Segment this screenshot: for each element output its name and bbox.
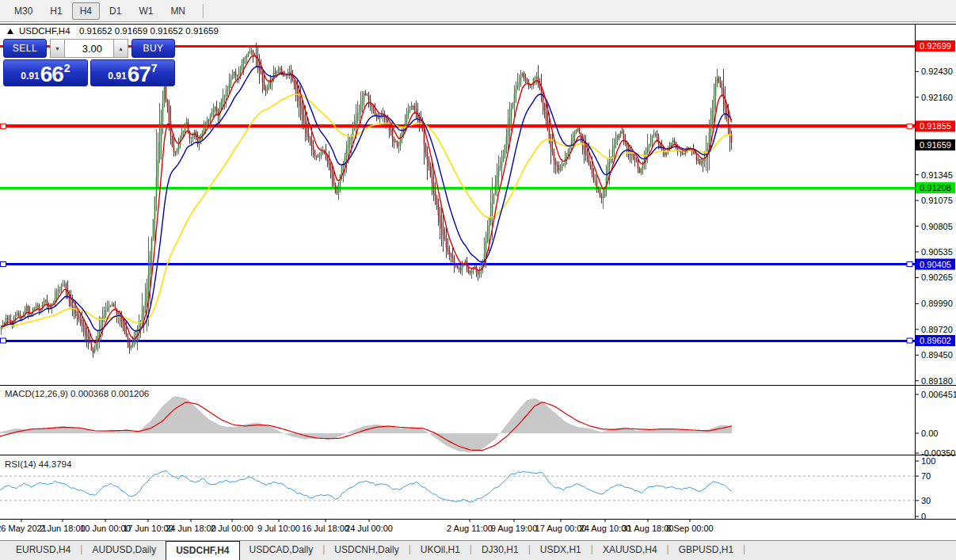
line-handle-right[interactable] (907, 262, 912, 267)
buy-price-prefix: 0.91 (108, 70, 126, 82)
price-tag-text: 0.91855 (920, 121, 951, 131)
price-axis-label: 0.91075 (921, 196, 953, 205)
time-axis-label: 16 Jul 18:00 (302, 524, 349, 533)
buy-price-display[interactable]: 0.91 67 7 (90, 59, 175, 86)
price-tag-0.91855: 0.91855 (916, 120, 955, 131)
chart-tab-ukoil-h1[interactable]: UKOil,H1 (411, 541, 470, 560)
lot-increase-button[interactable]: ▲ (113, 39, 128, 58)
chart-tab-audusd-daily[interactable]: AUDUSD,Daily (82, 541, 166, 560)
macd-axis-label: 0.00 (921, 429, 938, 438)
chart-tab-xauusd-h4[interactable]: XAUUSD,H4 (593, 541, 667, 560)
price-axis-label: 0.90265 (921, 272, 953, 282)
line-handle-left[interactable] (1, 338, 6, 343)
price-tag-text: 0.90405 (920, 260, 951, 269)
chart-symbol-title: USDCHF,H4 (19, 26, 70, 36)
timeframe-button-h1[interactable]: H1 (42, 2, 70, 20)
chart-tab-eurusd-h4[interactable]: EURUSD,H4 (6, 541, 80, 560)
mt4-window: M30H1H4D1W1MN 0.924300.921600.913450.910… (0, 0, 956, 560)
price-axis-label: 0.89990 (921, 299, 953, 308)
price-axis-label: 0.89720 (921, 325, 953, 334)
sell-price-display[interactable]: 0.91 66 2 (3, 59, 88, 86)
price-tag-0.90405: 0.90405 (916, 259, 955, 270)
price-tag-text: 0.92699 (920, 41, 951, 51)
price-tag-0.91208: 0.91208 (916, 182, 955, 193)
time-axis-label: 9 Aug 19:00 (491, 524, 538, 533)
price-axis-label: 0.91345 (921, 170, 953, 180)
time-axis-label: 24 Jul 00:00 (345, 524, 393, 533)
sell-price-pipette: 2 (64, 62, 70, 74)
chart-tab-usdx-h1[interactable]: USDX,H1 (531, 541, 591, 560)
rsi-axis-label: 30 (921, 496, 931, 505)
lot-decrease-button[interactable]: ▼ (50, 39, 65, 58)
price-tag-0.89602: 0.89602 (916, 335, 955, 346)
timeframe-button-d1[interactable]: D1 (101, 2, 129, 20)
sell-button[interactable]: SELL (3, 39, 47, 58)
chart-tab-gbpusd-h1[interactable]: GBPUSD,H1 (669, 541, 743, 560)
buy-price-big-digits: 67 (128, 64, 150, 85)
chart-tab-usdcnh-daily[interactable]: USDCNH,Daily (325, 541, 408, 560)
chart-tab-usdcad-daily[interactable]: USDCAD,Daily (240, 541, 323, 560)
one-click-trading-panel: SELL ▼ 3.00 ▲ BUY 0.91 66 2 0.91 67 7 (3, 39, 175, 86)
rsi-axis-label: 70 (921, 471, 931, 481)
price-tag-0.92699: 0.92699 (916, 40, 955, 51)
timeframe-button-w1[interactable]: W1 (131, 2, 161, 20)
time-axis-label: 24 Jun 18:00 (166, 524, 216, 533)
line-handle-right[interactable] (907, 124, 912, 128)
current-price-tag-text: 0.91659 (920, 140, 951, 150)
lot-spinner: ▼ 3.00 ▲ (50, 39, 128, 58)
price-axis-label: 0.92430 (921, 67, 953, 76)
time-axis-label: 2 Aug 11:00 (447, 524, 493, 533)
line-handle-left[interactable] (1, 124, 6, 128)
timeframe-button-m30[interactable]: M30 (6, 2, 40, 20)
macd-axis-label: 0.006451 (921, 390, 956, 399)
time-axis-label: 2 Jun 18:00 (40, 524, 86, 533)
time-axis-label: 9 Jul 10:00 (257, 524, 300, 533)
rsi-axis-label: 0 (921, 512, 926, 521)
chart-title-row: USDCHF,H40.91652 0.91659 0.91652 0.91659 (7, 26, 219, 36)
price-tag-text: 0.91208 (920, 183, 951, 192)
sell-price-big-digits: 66 (40, 64, 63, 85)
lot-size-input[interactable]: 3.00 (65, 39, 113, 58)
chart-ohlc-values: 0.91652 0.91659 0.91652 0.91659 (79, 26, 219, 36)
rsi-axis-label: 100 (921, 456, 935, 466)
chart-background (0, 22, 956, 540)
buy-price-pipette: 7 (151, 62, 158, 74)
time-axis-label: 8 Sep 00:00 (666, 524, 713, 533)
price-axis-label: 0.90535 (921, 247, 953, 257)
buy-button[interactable]: BUY (131, 39, 175, 58)
price-axis-label: 0.89450 (921, 350, 953, 360)
line-handle-right[interactable] (907, 338, 912, 343)
current-price-tag: 0.91659 (916, 139, 955, 150)
tab-separator: | (743, 541, 745, 560)
rsi-indicator-label: RSI(14) 44.3794 (5, 459, 72, 469)
macd-indicator-label: MACD(12,26,9) 0.000368 0.001206 (5, 389, 149, 398)
toolbar-separator (203, 4, 204, 18)
chart-tab-bar: EURUSD,H4|AUDUSD,DailyUSDCHF,H4USDCAD,Da… (0, 540, 956, 560)
sell-price-prefix: 0.91 (21, 70, 39, 82)
price-axis-label: 0.89180 (921, 376, 953, 386)
timeframe-toolbar: M30H1H4D1W1MN (0, 0, 956, 22)
time-axis-label: 2 Jul 00:00 (211, 524, 253, 533)
chart-tab-dj30-h1[interactable]: DJ30,H1 (472, 541, 528, 560)
price-tag-text: 0.89602 (920, 336, 951, 345)
line-handle-left[interactable] (1, 262, 6, 267)
timeframe-button-mn[interactable]: MN (162, 2, 193, 20)
price-axis-label: 0.90805 (921, 222, 953, 231)
price-axis-label: 0.92160 (921, 93, 953, 102)
timeframe-button-h4[interactable]: H4 (72, 2, 100, 20)
chart-tab-usdchf-h4[interactable]: USDCHF,H4 (166, 541, 239, 560)
